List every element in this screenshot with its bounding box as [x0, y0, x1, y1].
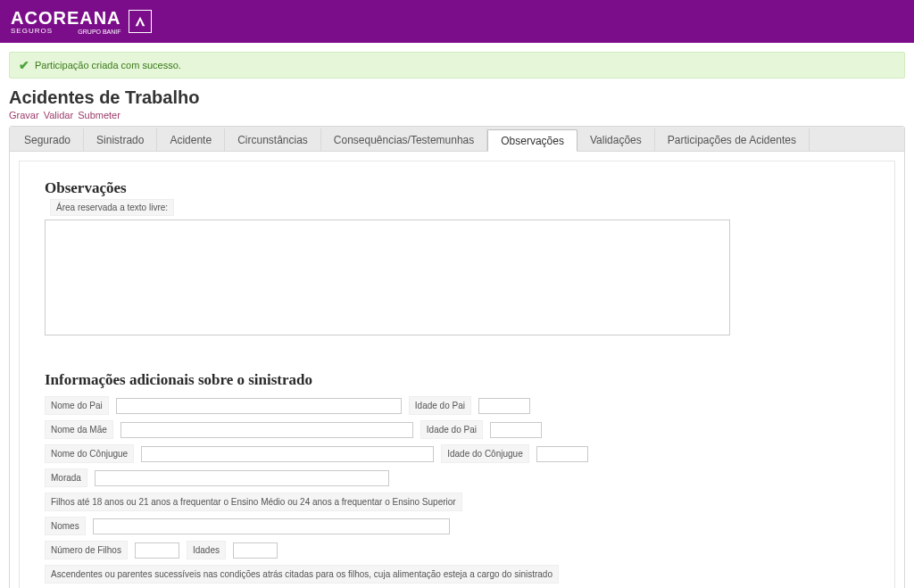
tab-validacoes[interactable]: Validações	[577, 128, 655, 151]
tab-strip: Segurado Sinistrado Acidente Circunstânc…	[10, 127, 904, 152]
page-title: Acidentes de Trabalho	[9, 87, 905, 108]
input-idade-pai2[interactable]	[490, 422, 542, 438]
brand-logo-icon	[129, 10, 152, 33]
input-nome-mae[interactable]	[120, 422, 413, 438]
action-submeter[interactable]: Submeter	[78, 110, 120, 120]
info-filhos: Filhos até 18 anos ou 21 anos a frequent…	[45, 493, 462, 511]
success-alert: ✔ Participação criada com sucesso.	[9, 52, 905, 79]
label-num-filhos: Número de Filhos	[45, 541, 128, 559]
label-nomes: Nomes	[45, 517, 86, 535]
app-header: ACOREANA SEGUROS GRUPO BANIF	[0, 0, 914, 43]
tab-segurado[interactable]: Segurado	[12, 128, 84, 151]
input-idades[interactable]	[233, 542, 278, 559]
brand-group: GRUPO BANIF	[78, 29, 120, 35]
action-links: Gravar Validar Submeter	[9, 110, 905, 120]
label-idade-pai: Idade do Pai	[409, 396, 471, 415]
input-idade-pai[interactable]	[478, 398, 530, 414]
tab-consequencias[interactable]: Consequências/Testemunhas	[321, 128, 487, 151]
label-idade-pai2: Idade do Pai	[420, 420, 483, 439]
brand-sub: SEGUROS	[11, 27, 53, 35]
input-nome-conjugue[interactable]	[141, 446, 434, 462]
freeform-label: Área reservada a texto livre:	[50, 199, 174, 216]
alert-message: Participação criada com sucesso.	[35, 60, 181, 70]
tab-panel-observacoes: Observações Área reservada a texto livre…	[19, 161, 895, 588]
label-nome-mae: Nome da Mãe	[45, 420, 113, 439]
label-idades: Idades	[187, 541, 226, 559]
label-nome-pai: Nome do Pai	[45, 396, 109, 415]
input-nomes[interactable]	[93, 518, 450, 534]
label-idade-conjugue: Idade do Cônjugue	[441, 444, 529, 463]
tab-sinistrado[interactable]: Sinistrado	[84, 128, 157, 151]
section-observacoes-title: Observações	[45, 179, 869, 197]
check-icon: ✔	[19, 58, 29, 72]
info-ascendentes: Ascendentes ou parentes sucessíveis nas …	[45, 565, 559, 584]
input-nome-pai[interactable]	[116, 398, 402, 414]
tab-observacoes[interactable]: Observações	[487, 129, 577, 152]
tab-circunstancias[interactable]: Circunstâncias	[225, 128, 321, 151]
freeform-textarea[interactable]	[45, 219, 730, 335]
action-validar[interactable]: Validar	[44, 110, 73, 120]
tab-acidente[interactable]: Acidente	[157, 128, 225, 151]
tab-participacoes[interactable]: Participações de Acidentes	[655, 128, 810, 151]
input-num-filhos[interactable]	[135, 542, 179, 559]
input-idade-conjugue[interactable]	[536, 446, 588, 462]
tab-container: Segurado Sinistrado Acidente Circunstânc…	[9, 126, 905, 588]
label-morada: Morada	[45, 468, 87, 487]
section-info-title: Informações adicionais sobre o sinistrad…	[45, 371, 869, 389]
action-gravar[interactable]: Gravar	[9, 110, 39, 120]
brand-block: ACOREANA SEGUROS GRUPO BANIF	[11, 9, 121, 35]
brand-name: ACOREANA	[11, 9, 121, 27]
label-nome-conjugue: Nome do Cônjugue	[45, 444, 134, 463]
input-morada[interactable]	[95, 470, 389, 486]
